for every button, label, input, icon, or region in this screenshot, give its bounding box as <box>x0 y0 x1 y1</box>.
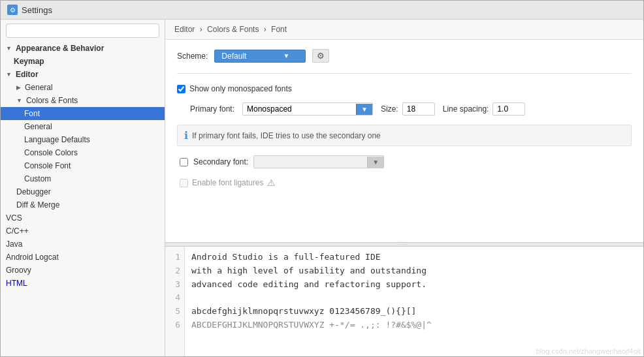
sidebar-item-label: Groovy <box>6 266 31 275</box>
show-monospaced-checkbox[interactable] <box>177 85 185 93</box>
scheme-gear-button[interactable]: ⚙ <box>312 49 329 63</box>
sidebar-item-console-font[interactable]: Console Font <box>1 159 165 172</box>
secondary-font-row: Secondary font: ▼ <box>177 155 632 168</box>
sidebar-item-java[interactable]: Java <box>1 238 165 251</box>
info-row: ℹ If primary font fails, IDE tries to us… <box>177 125 632 146</box>
sidebar-item-label: VCS <box>6 213 22 223</box>
sidebar-item-console-colors[interactable]: Console Colors <box>1 146 165 159</box>
info-text: If primary font fails, IDE tries to use … <box>192 131 381 140</box>
line-spacing-label: Line spacing: <box>443 104 489 114</box>
code-line <box>191 291 637 305</box>
sidebar-item-label: HTML <box>6 279 27 288</box>
enable-ligatures-checkbox[interactable] <box>180 179 188 187</box>
scheme-dropdown[interactable]: Default ▼ <box>214 50 306 63</box>
titlebar: ⚙ Settings <box>1 1 643 20</box>
sidebar: ▼ Appearance & Behavior Keymap ▼ Editor … <box>1 20 165 356</box>
code-line: advanced code editing and refactoring su… <box>191 278 637 292</box>
primary-font-row: Primary font: ▼ Size: Line spacing: <box>177 102 632 116</box>
primary-font-label: Primary font: <box>190 104 234 114</box>
settings-content: Scheme: Default ▼ ⚙ Show only monospaced… <box>165 40 643 242</box>
sidebar-item-label: C/C++ <box>6 226 29 236</box>
secondary-font-dropdown[interactable]: ▼ <box>253 155 384 168</box>
sidebar-item-label: Appearance & Behavior <box>16 44 104 53</box>
sidebar-item-custom[interactable]: Custom <box>1 172 165 185</box>
watermark: blog.csdn.net/zhangwenhaojf4oit <box>536 347 641 355</box>
ligatures-row: Enable font ligatures ⚠ <box>177 178 632 188</box>
code-line: Android Studio is a full-featured IDE <box>191 251 637 264</box>
sidebar-item-label: Custom <box>24 174 51 183</box>
monospaced-checkbox-row: Show only monospaced fonts <box>177 84 632 93</box>
sidebar-item-label: Keymap <box>14 57 44 66</box>
sidebar-item-label: Android Logcat <box>6 253 59 262</box>
sidebar-item-label: General <box>24 122 52 131</box>
search-box[interactable] <box>6 23 159 38</box>
sidebar-item-vcs[interactable]: VCS <box>1 211 165 225</box>
sidebar-item-editor[interactable]: ▼ Editor <box>1 68 165 81</box>
size-input[interactable] <box>402 102 435 116</box>
preview-area: 1 2 3 4 5 6 Android Studio is a full-fea… <box>165 242 643 356</box>
sidebar-item-groovy[interactable]: Groovy <box>1 264 165 277</box>
collapse-arrow: ▼ <box>6 71 12 78</box>
sidebar-item-keymap[interactable]: Keymap <box>1 55 165 68</box>
app-icon: ⚙ <box>7 5 18 15</box>
line-numbers: 1 2 3 4 5 6 <box>165 247 185 356</box>
sidebar-item-general2[interactable]: General <box>1 120 165 133</box>
sidebar-item-label: Editor <box>16 70 39 79</box>
chevron-down-icon[interactable]: ▼ <box>356 104 372 115</box>
line-number: 3 <box>169 278 180 292</box>
breadcrumb-editor: Editor <box>174 25 195 34</box>
line-number: 2 <box>169 264 180 278</box>
code-line: ABCDEFGHIJKLMNOPQRSTUVWXYZ +-*/= .,;: !?… <box>191 318 637 332</box>
secondary-font-label: Secondary font: <box>193 157 248 166</box>
primary-font-dropdown[interactable]: ▼ <box>242 102 373 116</box>
sidebar-item-debugger[interactable]: Debugger <box>1 185 165 198</box>
show-monospaced-label: Show only monospaced fonts <box>189 84 292 93</box>
primary-font-input[interactable] <box>243 103 356 115</box>
breadcrumb: Editor › Colors & Fonts › Font <box>165 20 643 40</box>
sidebar-item-label: General <box>25 83 53 92</box>
sidebar-item-label: Diff & Merge <box>16 200 59 210</box>
secondary-font-input[interactable] <box>254 156 367 168</box>
sidebar-item-label: Console Colors <box>24 148 78 157</box>
collapse-arrow: ▼ <box>6 45 12 52</box>
breadcrumb-colors-fonts: Colors & Fonts <box>207 25 259 34</box>
breadcrumb-sep1: › <box>200 25 204 34</box>
separator <box>177 73 632 74</box>
sidebar-item-language-defaults[interactable]: Language Defaults <box>1 133 165 146</box>
sidebar-item-appearance-behavior[interactable]: ▼ Appearance & Behavior <box>1 42 165 55</box>
sidebar-item-label: Console Font <box>24 161 71 170</box>
size-label: Size: <box>381 104 398 114</box>
sidebar-item-diff-merge[interactable]: Diff & Merge <box>1 198 165 211</box>
scheme-label: Scheme: <box>177 52 208 61</box>
sidebar-item-general[interactable]: ▶ General <box>1 81 165 94</box>
sidebar-item-colors-fonts[interactable]: ▼ Colors & Fonts <box>1 94 165 107</box>
code-line: with a high level of usability and outst… <box>191 264 637 278</box>
sidebar-item-label: Colors & Fonts <box>26 96 78 105</box>
linespacing-group: Line spacing: <box>443 102 526 116</box>
code-line: abcdefghijklmnopqrstuvwxyz 0123456789_()… <box>191 305 637 318</box>
sidebar-item-html[interactable]: HTML <box>1 277 165 290</box>
sidebar-item-cpp[interactable]: C/C++ <box>1 225 165 238</box>
settings-window: ⚙ Settings ▼ Appearance & Behavior Keyma… <box>0 0 644 357</box>
ligatures-label: Enable font ligatures <box>192 178 263 187</box>
info-icon: ℹ <box>184 129 188 142</box>
chevron-down-icon[interactable]: ▼ <box>367 157 383 168</box>
line-number: 5 <box>169 305 180 318</box>
sidebar-item-label: Debugger <box>16 187 51 196</box>
gear-icon: ⚙ <box>10 7 16 14</box>
sidebar-item-label: Language Defaults <box>24 135 90 144</box>
sidebar-item-android-logcat[interactable]: Android Logcat <box>1 251 165 264</box>
breadcrumb-sep2: › <box>264 25 268 34</box>
size-group: Size: <box>381 102 435 116</box>
secondary-font-checkbox[interactable] <box>180 158 188 166</box>
line-number: 1 <box>169 251 180 264</box>
sidebar-item-font[interactable]: Font <box>1 107 165 120</box>
sidebar-item-label: Java <box>6 240 22 249</box>
line-spacing-input[interactable] <box>492 102 525 116</box>
code-preview: 1 2 3 4 5 6 Android Studio is a full-fea… <box>165 247 643 356</box>
collapse-arrow: ▼ <box>16 97 22 104</box>
search-input[interactable] <box>6 23 159 38</box>
expand-arrow: ▶ <box>16 84 21 91</box>
sidebar-item-label: Font <box>24 109 40 118</box>
scheme-value: Default <box>221 52 246 61</box>
